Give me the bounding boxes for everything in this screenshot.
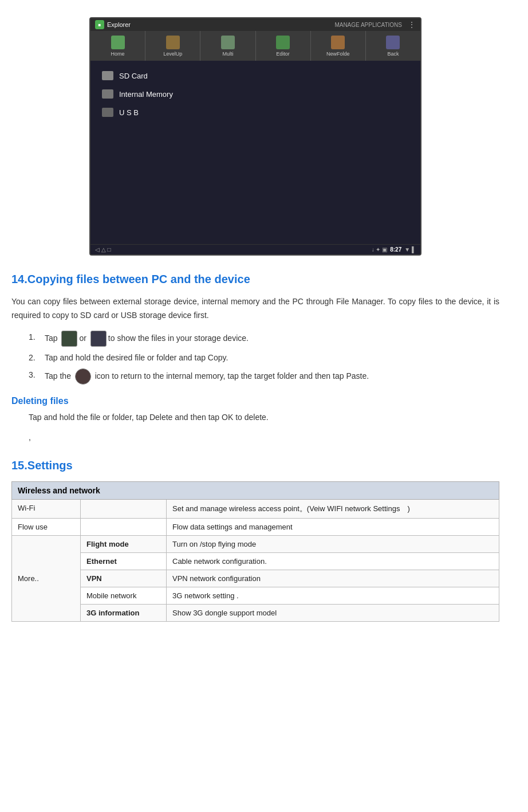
- table-row: More.. Flight mode Turn on /stop flying …: [12, 535, 499, 552]
- device-titlebar: ■ Explorer MANAGE APPLICATIONS ⋮: [90, 18, 420, 31]
- back-icon: [386, 36, 400, 49]
- signal-icon: ▼ ▌: [404, 246, 416, 253]
- row-mobilenet-col2: Mobile network: [81, 587, 167, 604]
- sdcard-label: SD Card: [119, 72, 148, 80]
- status-time: 8:27: [390, 246, 401, 253]
- row-flow-col1: Flow use: [12, 518, 81, 535]
- device-screenshot: ■ Explorer MANAGE APPLICATIONS ⋮ Home Le…: [89, 17, 421, 256]
- nav-levelup[interactable]: LevelUp: [145, 31, 200, 61]
- row-flightmode-col3: Turn on /stop flying mode: [167, 535, 499, 552]
- internal-icon: [102, 89, 113, 99]
- device-content: SD Card Internal Memory U S B: [90, 61, 420, 244]
- table-header-row: Wireless and network: [12, 481, 499, 499]
- row-more-col1: More..: [12, 535, 81, 621]
- deleting-body: Tap and hold the file or folder, tap Del…: [29, 411, 499, 425]
- step-1-text: Tap or to show the files in your storage…: [45, 331, 499, 347]
- section-14: 14.Copying files between PC and the devi…: [11, 273, 499, 442]
- app-name: Explorer: [107, 21, 131, 28]
- row-flow-col3: Flow data settings and management: [167, 518, 499, 535]
- storage-usb[interactable]: U S B: [99, 103, 412, 121]
- storage-sdcard[interactable]: SD Card: [99, 66, 412, 85]
- sdcard-inline-icon: [61, 331, 77, 347]
- usb-icon: [102, 108, 113, 117]
- nav-multi[interactable]: Multi: [200, 31, 255, 61]
- row-3ginfo-col3: Show 3G dongle support model: [167, 604, 499, 621]
- nav-levelup-label: LevelUp: [163, 51, 182, 57]
- nav-home[interactable]: Home: [90, 31, 145, 61]
- table-row: Ethernet Cable network configuration.: [12, 552, 499, 570]
- usb-inline-icon: [90, 331, 107, 347]
- table-header-cell: Wireless and network: [12, 481, 499, 499]
- device-statusbar: ◁ △ □ ↓ ✦ ▣ 8:27 ▼ ▌: [90, 244, 420, 254]
- section-15-title: 15.Settings: [11, 459, 499, 472]
- internal-label: Internal Memory: [119, 90, 173, 99]
- row-ethernet-col3: Cable network configuration.: [167, 552, 499, 570]
- home-icon: [111, 36, 125, 49]
- app-logo: ■: [95, 20, 104, 29]
- step-1: 1. Tap or to show the files in your stor…: [29, 331, 499, 347]
- nav-newfolder[interactable]: NewFolde: [311, 31, 366, 61]
- editor-icon: [276, 36, 290, 49]
- table-row: Flow use Flow data settings and manageme…: [12, 518, 499, 535]
- table-row: 3G information Show 3G dongle support mo…: [12, 604, 499, 621]
- status-icons: ↓ ✦ ▣: [372, 246, 388, 253]
- folder-icon: [331, 36, 345, 49]
- row-ethernet-col2: Ethernet: [81, 552, 167, 570]
- step-3-num: 3.: [29, 368, 45, 381]
- row-flow-col2: [81, 518, 167, 535]
- nav-back-label: Back: [387, 51, 399, 57]
- nav-editor-label: Editor: [276, 51, 290, 57]
- nav-newfolder-label: NewFolde: [326, 51, 350, 57]
- step-1-num: 1.: [29, 331, 45, 343]
- usb-label: U S B: [119, 108, 139, 117]
- row-wifi-col1: Wi-Fi: [12, 499, 81, 518]
- comma-note: ,: [29, 433, 499, 442]
- levelup-icon: [166, 36, 180, 49]
- step-2-num: 2.: [29, 351, 45, 364]
- table-row: VPN VPN network configuration: [12, 570, 499, 587]
- table-row: Mobile network 3G network setting .: [12, 587, 499, 604]
- nav-multi-label: Multi: [222, 51, 233, 57]
- step-2-text: Tap and hold the desired file or folder …: [45, 351, 499, 364]
- step-3: 3. Tap the icon to return to the interna…: [29, 368, 499, 385]
- row-wifi-col2: [81, 499, 167, 518]
- table-row: Wi-Fi Set and manage wireless access poi…: [12, 499, 499, 518]
- nav-editor[interactable]: Editor: [256, 31, 311, 61]
- deleting-title: Deleting files: [11, 396, 499, 406]
- settings-table: Wireless and network Wi-Fi Set and manag…: [11, 481, 499, 622]
- section-14-body: You can copy files between external stor…: [11, 295, 499, 323]
- more-icon[interactable]: ⋮: [408, 20, 416, 29]
- sdcard-icon: [102, 71, 113, 80]
- device-navbar: Home LevelUp Multi Editor NewFolde Back: [90, 31, 420, 61]
- manage-apps-btn[interactable]: MANAGE APPLICATIONS: [334, 22, 402, 28]
- nav-back[interactable]: Back: [366, 31, 420, 61]
- internal-inline-icon: [75, 368, 91, 385]
- multi-icon: [221, 36, 235, 49]
- section-15: 15.Settings Wireless and network Wi-Fi S…: [11, 459, 499, 622]
- nav-home-label: Home: [111, 51, 125, 57]
- row-vpn-col2: VPN: [81, 570, 167, 587]
- row-vpn-col3: VPN network configuration: [167, 570, 499, 587]
- step-3-text: Tap the icon to return to the internal m…: [45, 368, 499, 385]
- row-3ginfo-col2: 3G information: [81, 604, 167, 621]
- storage-internal[interactable]: Internal Memory: [99, 85, 412, 103]
- back-nav-icon: ◁ △ □: [95, 246, 111, 253]
- row-mobilenet-col3: 3G network setting .: [167, 587, 499, 604]
- section-14-title: 14.Copying files between PC and the devi…: [11, 273, 499, 286]
- row-flightmode-col2: Flight mode: [81, 535, 167, 552]
- row-wifi-col3: Set and manage wireless access point。(Ve…: [167, 499, 499, 518]
- step-2: 2. Tap and hold the desired file or fold…: [29, 351, 499, 364]
